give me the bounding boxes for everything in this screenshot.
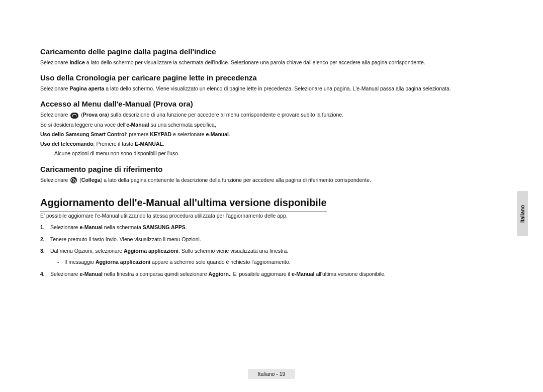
paragraph-smart-control: Uso dello Samsung Smart Control: premere… — [40, 131, 503, 138]
text: a lato dello schermo per visualizzare la… — [85, 59, 425, 65]
paragraph-history: Selezionare Pagina aperta a lato dello s… — [40, 85, 503, 92]
text: . Sullo schermo viene visualizzata una f… — [178, 248, 288, 254]
step-number: 4. — [40, 270, 50, 278]
text: Dal menu Opzioni, selezionare — [50, 248, 124, 254]
text-bold: Pagina aperta — [69, 85, 104, 91]
text-bold: e-Manual — [126, 122, 149, 128]
text: Selezionare — [40, 85, 69, 91]
paragraph-link: Selezionare (Collega) a lato della pagin… — [40, 176, 503, 184]
text: : Premere il tasto — [94, 141, 135, 147]
heading-reference-pages: Caricamento pagine di riferimento — [40, 165, 503, 173]
heading-history: Uso della Cronologia per caricare pagine… — [40, 73, 503, 82]
step-3: 3. Dal menu Opzioni, selezionare Aggiorn… — [40, 247, 503, 255]
text-bold: Uso del telecomando — [40, 141, 94, 147]
paragraph-update-intro: E' possibile aggiornare l'e-Manual utili… — [40, 212, 503, 220]
paragraph-index: Selezionare Indice a lato dello schermo … — [40, 59, 503, 66]
text: Selezionare — [40, 112, 69, 118]
text-bold: e-Manual — [206, 131, 229, 137]
text-bold: e-Manual — [292, 271, 315, 277]
text: su una schermata specifica, — [149, 122, 216, 128]
dash-icon: - — [57, 258, 64, 266]
text: : premere — [126, 131, 150, 137]
step-3-note: - Il messaggio Aggiorna applicazioni app… — [57, 258, 503, 266]
text: nella finestra a comparsa quindi selezio… — [103, 271, 209, 277]
text: appare a schermo solo quando è richiesto… — [150, 259, 291, 265]
text-bold: Uso dello Samsung Smart Control — [40, 131, 126, 137]
paragraph-emanual-entry: Se si desidera leggere una voce dell'e-M… — [40, 121, 503, 129]
step-number: 2. — [40, 236, 50, 244]
text: Il messaggio — [64, 259, 96, 265]
text-bold: Aggiorn. — [209, 271, 230, 277]
paragraph-remote: Uso del telecomando: Premere il tasto E-… — [40, 140, 503, 148]
text-bold: e-Manual — [79, 224, 103, 230]
text: . — [186, 224, 187, 230]
bullet-text: Alcune opzioni di menu non sono disponib… — [54, 150, 179, 157]
text: all'ultima versione disponibile. — [315, 271, 386, 277]
text: Selezionare — [50, 224, 79, 230]
text: sulla descrizione di una funzione per ac… — [109, 112, 343, 118]
text-bold: Aggiorna applicazioni — [124, 248, 178, 254]
link-icon — [70, 177, 77, 183]
text: Selezionare — [40, 177, 69, 183]
heading-index-pages: Caricamento delle pagine dalla pagina de… — [40, 47, 503, 56]
text: a lato della pagina contenente la descri… — [102, 177, 371, 183]
text-bold: KEYPAD — [150, 131, 171, 137]
text-bold: Aggiorna applicazioni — [96, 259, 150, 265]
page-footer: Italiano - 19 — [0, 369, 543, 379]
step-text: Dal menu Opzioni, selezionare Aggiorna a… — [50, 247, 288, 255]
content-area: Caricamento delle pagine dalla pagina de… — [40, 47, 503, 278]
step-2: 2. Tenere premuto il tasto Invio. Viene … — [40, 236, 503, 244]
text: a lato dello schermo. Viene visualizzato… — [104, 85, 450, 91]
text: . — [163, 141, 164, 147]
try-now-icon — [70, 113, 78, 119]
text-bold: e-Manual — [79, 271, 103, 277]
text: Se si desidera leggere una voce dell' — [40, 122, 126, 128]
heading-menu-access: Accesso al Menu dall'e-Manual (Prova ora… — [40, 100, 503, 108]
step-text: Tenere premuto il tasto Invio. Viene vis… — [50, 236, 201, 244]
language-tab-label: Italiano — [520, 205, 525, 222]
paragraph-try-now: Selezionare (Prova ora) sulla descrizion… — [40, 111, 503, 119]
text-bold: E-MANUAL — [135, 141, 163, 147]
step-text: Selezionare e-Manual nella finestra a co… — [50, 270, 386, 278]
heading-update-emanual: Aggiornamento dell'e-Manual all'ultima v… — [40, 197, 327, 212]
step-text: Selezionare e-Manual nella schermata SAM… — [50, 224, 187, 232]
text-bold: SAMSUNG APPS — [143, 224, 186, 230]
document-page: Caricamento delle pagine dalla pagina de… — [0, 0, 543, 392]
text: . — [229, 131, 230, 137]
step-number: 3. — [40, 247, 50, 255]
text: e selezionare — [171, 131, 206, 137]
text: Selezionare — [50, 271, 79, 277]
text: nella schermata — [103, 224, 143, 230]
step-number: 1. — [40, 224, 50, 232]
dash-icon: - — [47, 150, 54, 157]
note-text: Il messaggio Aggiorna applicazioni appar… — [64, 258, 291, 266]
step-1: 1. Selezionare e-Manual nella schermata … — [40, 224, 503, 232]
text: . E' possibile aggiornare il — [230, 271, 292, 277]
page-number-badge: Italiano - 19 — [248, 369, 296, 379]
text-bold: Indice — [69, 59, 84, 65]
text-bold: Prova ora — [83, 112, 107, 118]
language-tab: Italiano — [517, 191, 528, 236]
text-bold: Collega — [81, 177, 101, 183]
step-4: 4. Selezionare e-Manual nella finestra a… — [40, 270, 503, 278]
text: Selezionare — [40, 59, 69, 65]
list-item: - Alcune opzioni di menu non sono dispon… — [47, 150, 503, 157]
